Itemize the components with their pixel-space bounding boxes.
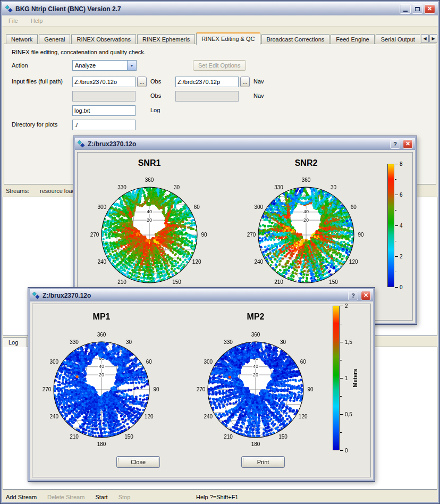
input-files-label: Input files (full path) xyxy=(12,78,63,85)
colorbar-tick xyxy=(395,195,398,195)
browse-obs-button[interactable]: ... xyxy=(137,77,147,87)
maximize-icon xyxy=(415,7,420,11)
streams-status: resource load xyxy=(40,188,75,194)
snr-dialog-title: Z:/brux2370.12o xyxy=(88,140,387,148)
log-file-label: Log xyxy=(150,107,160,113)
colorbar-tick-label: 0 xyxy=(345,448,348,453)
colorbar-tick xyxy=(340,414,343,415)
menu-bar: File Help xyxy=(2,15,438,27)
tab-rinex-ephemeris[interactable]: RINEX Ephemeris xyxy=(137,34,195,44)
help-shortcut-label: Help ?=Shift+F1 xyxy=(196,494,239,500)
window-titlebar: BKG Ntrip Client (BNC) Version 2.7 ✕ xyxy=(2,2,438,15)
tab-serial-output[interactable]: Serial Output xyxy=(376,34,420,44)
action-select[interactable]: Analyze ▼ xyxy=(72,60,137,71)
bnc-dialog-icon xyxy=(32,291,40,299)
tab-broadcast-corrections[interactable]: Broadcast Corrections xyxy=(261,34,330,44)
colorbar-tick-label: 0 xyxy=(400,284,403,290)
tab-rinex-editing-qc[interactable]: RINEX Editing & QC xyxy=(196,32,260,45)
plot-title-snr2: SNR2 xyxy=(244,158,368,168)
bottom-action-add-stream[interactable]: Add Stream xyxy=(6,494,37,500)
print-plot-button[interactable]: Print xyxy=(241,456,285,468)
colorbar-gradient xyxy=(333,306,340,450)
plots-dir-label: Directory for plots xyxy=(12,121,57,128)
log-tab-bar: Log xyxy=(3,337,27,347)
tab-log[interactable]: Log xyxy=(3,337,27,347)
menu-help[interactable]: Help xyxy=(29,16,45,25)
close-button[interactable]: ✕ xyxy=(424,4,435,14)
colorbar-tick-label: 2 xyxy=(345,303,348,309)
panel-description: RINEX file editing, concatenation and qu… xyxy=(12,49,146,55)
mp-dialog-title: Z:/brux2370.12o xyxy=(43,292,345,299)
plot-title-mp1: MP1 xyxy=(40,312,163,322)
set-edit-options-button: Set Edit Options xyxy=(193,60,246,71)
bnc-main-window: BKG Ntrip Client (BNC) Version 2.7 ✕ Fil… xyxy=(0,0,440,504)
bottom-action-bar: Add StreamDelete StreamStartStop Help ?=… xyxy=(3,491,437,502)
bnc-app-icon xyxy=(5,5,13,13)
snr-colorbar: 86420 xyxy=(387,164,415,287)
colorbar-tick xyxy=(395,179,396,180)
mp-dialog-body: MP1 MP2 21,510,50 Meters Close Print xyxy=(30,301,373,480)
plot-title-mp2: MP2 xyxy=(194,312,317,322)
minimize-button[interactable] xyxy=(400,4,411,14)
window-controls: ✕ xyxy=(400,4,435,14)
tab-bar: NetworkGeneralRINEX ObservationsRINEX Ep… xyxy=(6,32,426,44)
colorbar-gradient xyxy=(387,164,394,287)
colorbar-tick xyxy=(340,432,342,433)
input-obs-field[interactable] xyxy=(72,77,136,87)
colorbar-tick-label: 1 xyxy=(345,375,348,381)
dialog-close-button[interactable]: ✕ xyxy=(361,291,371,300)
bottom-action-start[interactable]: Start xyxy=(95,494,107,500)
colorbar-tick xyxy=(340,450,343,451)
streams-label: Streams: xyxy=(6,188,29,194)
colorbar-tick xyxy=(340,324,342,324)
mp2-skyplot xyxy=(194,328,317,451)
tab-network[interactable]: Network xyxy=(6,34,38,44)
colorbar-tick xyxy=(395,287,398,288)
log-file-field[interactable] xyxy=(72,105,136,116)
tab-scroll-left-button[interactable]: ◀ xyxy=(421,34,429,43)
chevron-down-icon[interactable]: ▼ xyxy=(127,61,136,70)
obs-label: Obs xyxy=(150,78,161,85)
colorbar-tick-label: 2 xyxy=(400,254,403,259)
tab-feed-engine[interactable]: Feed Engine xyxy=(331,34,374,44)
colorbar-tick xyxy=(340,378,343,379)
colorbar-tick xyxy=(340,306,343,306)
tab-scrollers: ◀ ▶ xyxy=(421,34,437,43)
question-icon: ? xyxy=(351,292,355,299)
colorbar-tick xyxy=(395,256,398,257)
maximize-button[interactable] xyxy=(412,4,423,14)
tab-scroll-right-button[interactable]: ▶ xyxy=(429,34,437,43)
menu-file[interactable]: File xyxy=(6,16,20,25)
colorbar-tick xyxy=(395,241,396,241)
close-icon: ✕ xyxy=(363,292,368,299)
input-nav-field[interactable] xyxy=(175,77,239,87)
close-plot-button[interactable]: Close xyxy=(116,456,160,468)
tab-rinex-observations[interactable]: RINEX Observations xyxy=(71,34,136,44)
bottom-action-delete-stream: Delete Stream xyxy=(47,494,84,500)
colorbar-tick xyxy=(340,342,343,342)
snr-dialog-titlebar: Z:/brux2370.12o ? ✕ xyxy=(75,138,415,150)
colorbar-tick xyxy=(395,225,398,226)
dialog-help-button[interactable]: ? xyxy=(390,139,400,149)
close-icon: ✕ xyxy=(427,5,432,12)
browse-nav-button[interactable]: ... xyxy=(240,77,250,87)
output-nav-label: Nav xyxy=(253,93,264,99)
streams-status-row: Streams: resource load xyxy=(6,188,75,194)
action-label: Action xyxy=(12,62,28,69)
nav-label: Nav xyxy=(253,78,264,85)
colorbar-tick-label: 4 xyxy=(400,223,403,229)
colorbar-tick xyxy=(340,360,342,360)
tab-general[interactable]: General xyxy=(39,34,70,44)
minimize-icon xyxy=(403,11,408,12)
window-title: BKG Ntrip Client (BNC) Version 2.7 xyxy=(15,5,397,13)
colorbar-tick xyxy=(395,210,396,211)
dialog-help-button[interactable]: ? xyxy=(348,291,358,300)
output-obs-field xyxy=(72,91,136,102)
colorbar-axis-label: Meters xyxy=(351,306,359,450)
plots-dir-field[interactable] xyxy=(72,120,136,130)
bnc-dialog-icon xyxy=(77,140,85,148)
dialog-close-button[interactable]: ✕ xyxy=(403,139,413,149)
action-selected-value: Analyze xyxy=(75,62,96,69)
plot-title-snr1: SNR1 xyxy=(88,158,211,168)
bottom-action-stop: Stop xyxy=(119,494,131,500)
